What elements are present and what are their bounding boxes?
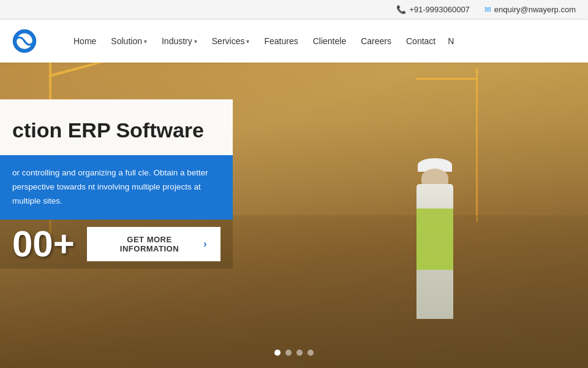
hero-section: ction ERP Software or controlling and or… bbox=[0, 63, 588, 368]
chevron-down-icon: ▾ bbox=[194, 38, 197, 45]
dot-2[interactable] bbox=[285, 350, 292, 356]
dot-3[interactable] bbox=[296, 350, 303, 356]
hero-content: ction ERP Software or controlling and or… bbox=[0, 63, 233, 368]
phone-number: +91-9993060007 bbox=[409, 5, 470, 14]
logo[interactable] bbox=[12, 26, 43, 56]
phone-contact[interactable]: 📞 +91-9993060007 bbox=[396, 5, 470, 14]
nav-item-more[interactable]: N bbox=[444, 36, 458, 47]
top-bar: 📞 +91-9993060007 ✉ enquiry@nwayerp.com bbox=[0, 0, 588, 20]
hero-title-box: ction ERP Software bbox=[0, 99, 233, 155]
nav-link-solution[interactable]: Solution ▾ bbox=[105, 31, 153, 51]
worker-vest bbox=[417, 209, 453, 270]
nav-item-contact[interactable]: Contact bbox=[400, 31, 442, 51]
nav-item-careers[interactable]: Careers bbox=[355, 31, 398, 51]
dot-4[interactable] bbox=[307, 350, 314, 356]
nav-item-features[interactable]: Features bbox=[258, 31, 304, 51]
arrow-icon: › bbox=[203, 239, 207, 250]
slider-dots bbox=[274, 350, 314, 356]
nav-link-industry[interactable]: Industry ▾ bbox=[156, 31, 203, 51]
nav-item-clientele[interactable]: Clientele bbox=[307, 31, 352, 51]
nav-link-services[interactable]: Services ▾ bbox=[206, 31, 256, 51]
hero-title-text: ction ERP Software bbox=[12, 118, 204, 142]
email-contact[interactable]: ✉ enquiry@nwayerp.com bbox=[484, 5, 576, 14]
hero-description-box: or controlling and organizing a full cle… bbox=[0, 155, 233, 220]
nav-item-services[interactable]: Services ▾ bbox=[206, 31, 256, 51]
hero-description: or controlling and organizing a full cle… bbox=[12, 166, 221, 209]
cta-wrapper: GET MORE INFORMATION › bbox=[87, 227, 221, 261]
navbar: Home Solution ▾ Industry ▾ Services ▾ Fe… bbox=[0, 20, 588, 63]
nav-link-home[interactable]: Home bbox=[67, 31, 102, 51]
nav-item-home[interactable]: Home bbox=[67, 31, 102, 51]
hero-cta-row: 00+ GET MORE INFORMATION › bbox=[0, 220, 233, 269]
nav-link-clientele[interactable]: Clientele bbox=[307, 31, 352, 51]
chevron-down-icon: ▾ bbox=[246, 38, 249, 45]
phone-icon: 📞 bbox=[396, 5, 406, 14]
chevron-down-icon: ▾ bbox=[144, 38, 147, 45]
nav-link-contact[interactable]: Contact bbox=[400, 31, 442, 51]
nav-more-icon[interactable]: N bbox=[444, 31, 458, 51]
email-address: enquiry@nwayerp.com bbox=[494, 5, 576, 14]
hero-counter: 00+ bbox=[12, 226, 75, 263]
nav-item-industry[interactable]: Industry ▾ bbox=[156, 31, 203, 51]
worker-figure bbox=[374, 147, 466, 319]
email-icon: ✉ bbox=[484, 5, 491, 14]
nav-link-features[interactable]: Features bbox=[258, 31, 304, 51]
get-more-info-button[interactable]: GET MORE INFORMATION › bbox=[87, 227, 221, 261]
hero-title: ction ERP Software bbox=[12, 118, 221, 143]
nav-item-solution[interactable]: Solution ▾ bbox=[105, 31, 153, 51]
crane-right bbox=[476, 69, 478, 222]
dot-1[interactable] bbox=[274, 350, 281, 356]
nav-links: Home Solution ▾ Industry ▾ Services ▾ Fe… bbox=[67, 31, 458, 51]
nav-link-careers[interactable]: Careers bbox=[355, 31, 398, 51]
cta-label: GET MORE INFORMATION bbox=[100, 235, 198, 253]
